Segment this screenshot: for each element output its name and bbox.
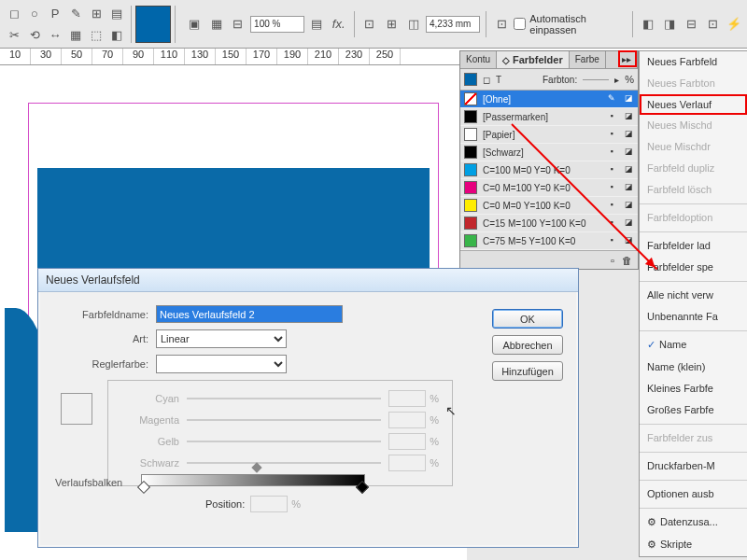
swatch-name: C=15 M=100 Y=100 K=0 bbox=[483, 218, 600, 229]
input-position[interactable] bbox=[250, 496, 288, 512]
swatch-row[interactable]: C=100 M=0 Y=0 K=0▪◪ bbox=[460, 161, 638, 179]
menu-item[interactable]: Farbfelder spe bbox=[640, 257, 747, 278]
gradient-ramp[interactable] bbox=[141, 474, 365, 486]
fx-icon[interactable]: fx. bbox=[329, 14, 347, 35]
tool-icon[interactable]: ▣ bbox=[185, 14, 204, 35]
swatch-name: [Ohne] bbox=[483, 94, 600, 105]
tool-icon[interactable]: ▦ bbox=[206, 14, 225, 35]
swatch-row[interactable]: C=15 M=100 Y=100 K=0▪◪ bbox=[460, 215, 638, 232]
menu-item: Farbfeld dupliz bbox=[640, 158, 747, 179]
menu-item[interactable]: Kleines Farbfe bbox=[640, 378, 747, 399]
menu-item[interactable]: Name bbox=[640, 334, 747, 357]
menu-item[interactable]: Neues Farbfeld bbox=[640, 51, 747, 73]
delete-swatch-icon[interactable]: 🗑 bbox=[622, 255, 632, 266]
tool-icon[interactable]: ⊡ bbox=[704, 14, 723, 35]
swatch-row[interactable]: [Papier]▪◪ bbox=[460, 126, 638, 144]
panel-footer: ▫ 🗑 bbox=[460, 250, 638, 269]
fill-stroke-proxy[interactable] bbox=[464, 73, 477, 86]
tool-icon[interactable]: ▤ bbox=[106, 3, 127, 23]
color-preview-swatch bbox=[61, 393, 92, 425]
tool-icon[interactable]: ◧ bbox=[638, 14, 656, 35]
menu-item[interactable]: Neues Verlauf bbox=[640, 94, 747, 115]
slider-gelb[interactable] bbox=[187, 441, 381, 442]
swatch-name: C=0 M=0 Y=100 K=0 bbox=[483, 201, 600, 211]
menu-item[interactable]: Optionen ausb bbox=[640, 483, 747, 505]
menu-item: Neues Farbton bbox=[640, 73, 747, 94]
value-gelb[interactable] bbox=[388, 433, 426, 450]
tab-farbfelder[interactable]: ◇ Farbfelder bbox=[497, 51, 570, 68]
add-button[interactable]: Hinzufügen bbox=[492, 361, 563, 381]
flash-icon[interactable]: ⚡ bbox=[724, 14, 743, 35]
swatch-color bbox=[464, 181, 477, 194]
menu-item[interactable]: Farbfelder lad bbox=[640, 235, 747, 257]
select-art[interactable]: Linear bbox=[156, 329, 287, 348]
tool-icon[interactable]: ⊡ bbox=[492, 14, 511, 35]
tool-icon[interactable]: ⊞ bbox=[86, 3, 106, 23]
swatch-color bbox=[464, 234, 477, 247]
zoom-field[interactable] bbox=[250, 16, 304, 33]
tool-icon[interactable]: ✂ bbox=[4, 24, 24, 45]
swatch-name: [Passermarken] bbox=[483, 112, 600, 122]
swatch-name: C=0 M=100 Y=0 K=0 bbox=[483, 183, 600, 193]
tool-icon[interactable]: ○ bbox=[24, 3, 45, 23]
tool-icon[interactable]: ◨ bbox=[660, 14, 679, 35]
menu-item[interactable]: Datenzusa... bbox=[640, 511, 747, 534]
menu-item[interactable]: Druckfarben-M bbox=[640, 455, 747, 477]
value-schwarz[interactable] bbox=[388, 455, 426, 471]
tool-icon[interactable]: ▦ bbox=[65, 24, 86, 45]
dialog-title: Neues Verlaufsfeld bbox=[38, 269, 578, 292]
tool-icon[interactable]: ⊟ bbox=[229, 14, 247, 35]
tool-icon[interactable]: ⬚ bbox=[86, 24, 106, 45]
swatches-panel: Kontu ◇ Farbfelder Farbe ▸▸ ◻ T Farbton:… bbox=[459, 50, 639, 270]
slider-cyan[interactable] bbox=[187, 398, 381, 399]
swatch-row[interactable]: C=75 M=5 Y=100 K=0▪◪ bbox=[460, 232, 638, 250]
tool-icon[interactable]: ◫ bbox=[404, 14, 423, 35]
slider-magenta[interactable] bbox=[187, 419, 381, 421]
tool-icon[interactable]: ⊞ bbox=[382, 14, 401, 35]
panel-flyout-button-highlight[interactable] bbox=[618, 50, 637, 67]
tool-icon[interactable]: P bbox=[45, 3, 65, 23]
select-reglerfarbe[interactable] bbox=[156, 355, 287, 373]
ok-button[interactable]: OK bbox=[492, 309, 563, 329]
input-farbfeldname[interactable] bbox=[156, 305, 343, 323]
menu-item[interactable]: Großes Farbfe bbox=[640, 399, 747, 421]
swatch-name: C=75 M=5 Y=100 K=0 bbox=[483, 236, 600, 246]
tool-icon[interactable]: ▤ bbox=[307, 14, 326, 35]
swatch-color bbox=[464, 110, 477, 123]
swatch-row[interactable]: [Schwarz]▪◪ bbox=[460, 144, 638, 161]
menu-item[interactable]: Skripte bbox=[640, 534, 747, 556]
tool-icon[interactable]: ◻ bbox=[4, 3, 24, 23]
fill-color-swatch[interactable] bbox=[135, 6, 171, 43]
menu-item: Neues Mischd bbox=[640, 115, 747, 136]
swatch-color bbox=[464, 128, 477, 141]
new-gradient-dialog: Neues Verlaufsfeld Farbfeldname: Art: Li… bbox=[37, 268, 579, 548]
tab-kontur[interactable]: Kontu bbox=[460, 51, 497, 68]
tool-icon[interactable]: ↔ bbox=[45, 24, 65, 45]
new-swatch-icon[interactable]: ▫ bbox=[611, 255, 614, 266]
tool-icon[interactable]: ⊡ bbox=[360, 14, 379, 35]
tool-icon[interactable]: ◧ bbox=[106, 24, 127, 45]
swatch-name: [Papier] bbox=[483, 130, 600, 140]
farbton-label: Farbton: bbox=[543, 75, 577, 85]
value-magenta[interactable] bbox=[388, 412, 426, 428]
cancel-button[interactable]: Abbrechen bbox=[492, 335, 563, 355]
measure-field[interactable] bbox=[426, 16, 480, 33]
swatch-row[interactable]: [Passermarken]▪◪ bbox=[460, 108, 638, 126]
swatch-row[interactable]: C=0 M=0 Y=100 K=0▪◪ bbox=[460, 197, 638, 215]
menu-item[interactable]: Alle nicht verw bbox=[640, 285, 747, 306]
value-cyan[interactable] bbox=[388, 390, 426, 407]
slider-schwarz[interactable] bbox=[187, 462, 381, 464]
swatch-color bbox=[464, 146, 477, 159]
swatch-row[interactable]: [Ohne]✎◪ bbox=[460, 91, 638, 108]
swatch-row[interactable]: C=0 M=100 Y=0 K=0▪◪ bbox=[460, 179, 638, 197]
menu-item: Neue Mischdr bbox=[640, 136, 747, 158]
swatch-name: [Schwarz] bbox=[483, 147, 600, 158]
tool-icon[interactable]: ⟲ bbox=[24, 24, 45, 45]
menu-item: Farbfeldoption bbox=[640, 207, 747, 229]
tab-farbe[interactable]: Farbe bbox=[570, 51, 606, 68]
autofit-checkbox[interactable]: Automatisch einpassen bbox=[514, 13, 626, 35]
menu-item[interactable]: Name (klein) bbox=[640, 357, 747, 378]
tool-icon[interactable]: ✎ bbox=[65, 3, 86, 23]
menu-item[interactable]: Unbenannte Fa bbox=[640, 306, 747, 328]
tool-icon[interactable]: ⊟ bbox=[682, 14, 700, 35]
